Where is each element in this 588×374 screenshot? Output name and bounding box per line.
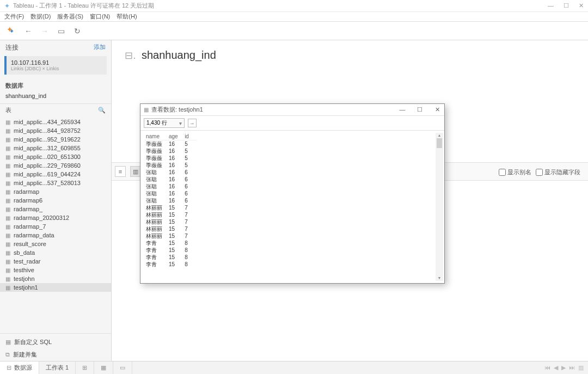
table-row[interactable]: 张聪166 — [145, 176, 197, 183]
menu-data[interactable]: 数据(D) — [30, 13, 51, 21]
table-item[interactable]: ▦sb_data — [0, 248, 111, 257]
nav-first-icon[interactable]: ⏮ — [544, 364, 550, 371]
table-item[interactable]: ▦result_score — [0, 240, 111, 248]
table-icon: ▦ — [5, 154, 10, 160]
new-story-button[interactable]: ▭ — [113, 361, 132, 374]
table-row[interactable]: 季薇薇165 — [145, 155, 197, 162]
minimize-button[interactable]: — — [548, 2, 554, 9]
table-item[interactable]: ▦mid_applic...952_919622 — [0, 135, 111, 144]
dialog-maximize-button[interactable]: ☐ — [416, 106, 424, 113]
connection-card[interactable]: 10.107.116.91 Linkis (JDBC) × Linkis — [4, 56, 107, 75]
table-row[interactable]: 李青158 — [145, 261, 197, 268]
menu-window[interactable]: 窗口(N) — [90, 13, 110, 21]
table-row[interactable]: 季薇薇165 — [145, 148, 197, 155]
table-row[interactable]: 林丽丽157 — [145, 218, 197, 225]
dialog-minimize-button[interactable]: — — [399, 106, 406, 113]
table-item[interactable]: ▦radarmap — [0, 187, 111, 196]
scroll-thumb[interactable] — [437, 138, 442, 148]
menu-file[interactable]: 文件(F) — [4, 13, 24, 21]
grid-mode-sort[interactable]: ≡ — [115, 166, 126, 177]
back-button[interactable]: ← — [24, 27, 33, 35]
datasource-header: ⊟․ shanhuang_ind — [112, 40, 588, 70]
table-item[interactable]: ▦mid_applic...434_265934 — [0, 118, 111, 126]
maximize-button[interactable]: ☐ — [564, 2, 569, 9]
table-row[interactable]: 季薇薇165 — [145, 140, 197, 148]
table-item[interactable]: ▦mid_applic...844_928752 — [0, 126, 111, 135]
dialog-icon: ▦ — [144, 107, 149, 113]
forward-button[interactable]: → — [40, 27, 49, 35]
scroll-down-icon[interactable]: ▾ — [436, 275, 443, 281]
menu-help[interactable]: 帮助(H) — [117, 13, 137, 21]
table-row[interactable]: 林丽丽157 — [145, 211, 197, 218]
table-row[interactable]: 林丽丽157 — [145, 225, 197, 232]
menu-server[interactable]: 服务器(S) — [57, 13, 83, 21]
dialog-titlebar[interactable]: ▦ 查看数据: testjohn1 — ☐ ✕ — [140, 104, 444, 116]
show-hidden-checkbox[interactable]: 显示隐藏字段 — [536, 168, 580, 176]
tab-sheet1[interactable]: 工作表 1 — [39, 361, 76, 374]
table-icon: ▦ — [5, 128, 10, 134]
table-item-label: mid_applic...844_928752 — [14, 127, 81, 134]
new-sheet-button[interactable]: ⊞ — [76, 361, 94, 374]
column-header[interactable]: name — [145, 133, 168, 140]
table-item-label: mid_applic...952_919622 — [14, 136, 81, 143]
table-row[interactable]: 林丽丽157 — [145, 204, 197, 211]
rows-go-button[interactable]: → — [188, 119, 197, 127]
scroll-up-icon[interactable]: ▴ — [436, 133, 443, 138]
table-row[interactable]: 李青158 — [145, 247, 197, 254]
dialog-scrollbar[interactable]: ▴ ▾ — [436, 133, 443, 281]
table-item[interactable]: ▦mid_applic...537_528013 — [0, 179, 111, 187]
dialog-close-button[interactable]: ✕ — [433, 106, 441, 113]
table-item[interactable]: ▦radarmap_7 — [0, 222, 111, 231]
dialog-toolbar: 1,430 行 ▾ → — [140, 116, 444, 131]
column-header[interactable]: id — [183, 133, 197, 140]
table-item-label: mid_applic...312_609855 — [14, 145, 81, 151]
table-row[interactable]: 季薇薇165 — [145, 162, 197, 169]
table-item-label: radarmap_ — [14, 206, 42, 212]
table-item[interactable]: ▦radarmap6 — [0, 196, 111, 205]
table-item[interactable]: ▦test_radar — [0, 257, 111, 266]
rows-selector[interactable]: 1,430 行 ▾ — [144, 118, 185, 128]
table-item[interactable]: ▦radarmap_ — [0, 205, 111, 213]
toolbar: ← → ▭ ↻ — [0, 22, 588, 40]
table-item[interactable]: ▦mid_applic...020_651300 — [0, 152, 111, 161]
grid-mode-grid[interactable]: ▥ — [130, 166, 141, 177]
table-item-label: mid_applic...229_769860 — [14, 162, 81, 169]
table-item[interactable]: ▦mid_applic...312_609855 — [0, 144, 111, 152]
show-tabs-icon[interactable]: ▥ — [578, 364, 584, 371]
column-header[interactable]: age — [168, 133, 183, 140]
table-item[interactable]: ▦radarmap_20200312 — [0, 213, 111, 222]
table-item[interactable]: ▦mid_applic...619_044224 — [0, 170, 111, 179]
tab-datasource[interactable]: ⊟ 数据源 — [0, 361, 39, 374]
show-alias-checkbox[interactable]: 显示别名 — [499, 168, 531, 176]
table-item[interactable]: ▦testhive — [0, 266, 111, 274]
table-row[interactable]: 张聪166 — [145, 169, 197, 176]
refresh-button[interactable]: ↻ — [73, 27, 82, 35]
table-item[interactable]: ▦testjohn — [0, 274, 111, 283]
table-item[interactable]: ▦testjohn1 — [0, 283, 111, 292]
nav-prev-icon[interactable]: ◀ — [554, 364, 558, 371]
table-item-label: radarmap_20200312 — [14, 214, 69, 221]
datasource-title: shanhuang_ind — [142, 49, 216, 62]
table-row[interactable]: 张聪166 — [145, 183, 197, 190]
nav-next-icon[interactable]: ▶ — [561, 364, 566, 371]
add-connection-link[interactable]: 添加 — [94, 43, 106, 52]
new-dashboard-button[interactable]: ▦ — [94, 361, 113, 374]
table-row[interactable]: 张聪166 — [145, 190, 197, 197]
table-item[interactable]: ▦radarmap_data — [0, 231, 111, 240]
tableau-logo-icon — [7, 26, 16, 36]
new-union-item[interactable]: ⧉ 新建并集 — [0, 348, 111, 361]
save-button[interactable]: ▭ — [57, 27, 65, 35]
search-tables-icon[interactable]: 🔍 — [98, 107, 106, 114]
table-row[interactable]: 张聪166 — [145, 197, 197, 204]
table-item-label: testjohn1 — [14, 284, 38, 291]
table-row[interactable]: 李青158 — [145, 254, 197, 261]
table-row[interactable]: 林丽丽157 — [145, 232, 197, 240]
close-button[interactable]: ✕ — [579, 2, 584, 9]
nav-last-icon[interactable]: ⏭ — [569, 364, 575, 371]
new-sql-item[interactable]: ▦ 新自定义 SQL — [0, 336, 111, 348]
table-icon: ▦ — [5, 198, 10, 204]
table-row[interactable]: 李青158 — [145, 240, 197, 247]
table-item[interactable]: ▦mid_applic...229_769860 — [0, 161, 111, 170]
datasource-icon: ⊟․ — [125, 50, 136, 62]
rows-dropdown-icon: ▾ — [179, 120, 182, 126]
